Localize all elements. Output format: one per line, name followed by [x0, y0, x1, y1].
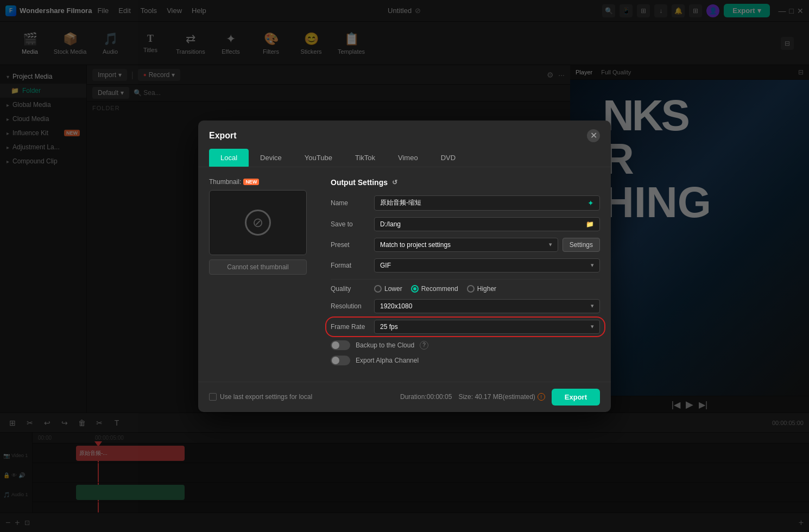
format-select[interactable]: GIF ▾ [374, 258, 600, 273]
frame-rate-value: 25 fps [380, 323, 398, 331]
no-thumbnail-icon: ⊘ [245, 210, 271, 236]
quality-row: Quality Lower Recommend [331, 285, 600, 293]
higher-radio-circle [467, 285, 475, 293]
modal-overlay: Export ✕ Local Device YouTube TikTok Vim… [0, 0, 809, 532]
save-to-value: D:/lang [380, 220, 401, 228]
checkbox-icon [209, 393, 217, 401]
resolution-chevron-icon: ▾ [591, 302, 594, 309]
name-text-input[interactable] [380, 199, 587, 207]
output-settings-header: Output Settings ↺ [331, 178, 600, 187]
resolution-row: Resolution 1920x1080 ▾ [331, 299, 600, 313]
toggles-section: Backup to the Cloud ? Export Alpha Chann… [331, 340, 600, 365]
save-to-row: Save to D:/lang 📁 [331, 217, 600, 231]
higher-label: Higher [477, 285, 496, 293]
preset-select[interactable]: Match to project settings ▾ [374, 238, 558, 252]
size-label: Size: 40.17 MB(estimated) [458, 393, 535, 401]
tab-local[interactable]: Local [209, 149, 249, 167]
info-icon[interactable]: ! [538, 393, 545, 401]
resolution-select[interactable]: 1920x1080 ▾ [374, 299, 600, 313]
refresh-icon[interactable]: ↺ [392, 179, 397, 186]
quality-recommend[interactable]: Recommend [411, 285, 458, 293]
duration-text: Duration:00:00:05 [400, 393, 452, 401]
dialog-title: Export [209, 131, 237, 141]
tab-tiktok[interactable]: TikTok [344, 149, 387, 167]
frame-rate-chevron-icon: ▾ [591, 323, 594, 330]
backup-toggle[interactable] [331, 340, 350, 350]
tab-device[interactable]: Device [249, 149, 293, 167]
cannot-set-thumbnail-button: Cannot set thumbnail [209, 259, 307, 275]
quality-higher[interactable]: Higher [467, 285, 496, 293]
backup-help-icon[interactable]: ? [420, 341, 428, 350]
resolution-value: 1920x1080 [380, 302, 412, 310]
settings-section: Output Settings ↺ Name ✦ Save to D:/lang [331, 178, 600, 371]
lower-radio-circle [374, 285, 382, 293]
use-last-settings-checkbox[interactable]: Use last export settings for local [209, 393, 312, 401]
recommend-radio-dot [413, 287, 416, 290]
size-text: Size: 40.17 MB(estimated) ! [458, 393, 545, 401]
alpha-label: Export Alpha Channel [356, 357, 419, 364]
thumbnail-box: ⊘ [209, 190, 307, 255]
alpha-row: Export Alpha Channel [331, 356, 600, 365]
alpha-toggle-knob [332, 357, 339, 364]
preset-row: Preset Match to project settings ▾ Setti… [331, 238, 600, 252]
frame-rate-container: 25 fps ▾ [374, 320, 600, 334]
preset-value: Match to project settings [380, 241, 451, 249]
save-to-label: Save to [331, 220, 374, 228]
dialog-close-button[interactable]: ✕ [587, 129, 600, 142]
settings-divider [331, 279, 600, 280]
frame-rate-label: Frame Rate [331, 323, 374, 331]
quality-radio-group: Lower Recommend Higher [374, 285, 496, 293]
export-footer-button[interactable]: Export [552, 389, 600, 406]
preset-chevron-icon: ▾ [549, 241, 552, 248]
use-last-label: Use last export settings for local [220, 393, 312, 401]
preset-label: Preset [331, 241, 374, 249]
recommend-radio-circle [411, 285, 419, 293]
settings-button[interactable]: Settings [562, 238, 600, 252]
dialog-tabs: Local Device YouTube TikTok Vimeo DVD [198, 142, 611, 167]
thumbnail-new-badge: NEW [243, 179, 259, 185]
resolution-label: Resolution [331, 302, 374, 310]
export-dialog: Export ✕ Local Device YouTube TikTok Vim… [198, 121, 611, 412]
dialog-footer: Use last export settings for local Durat… [198, 382, 611, 412]
thumbnail-section: Thumbnail: NEW ⊘ Cannot set thumbnail [209, 178, 318, 371]
backup-label: Backup to the Cloud [356, 341, 414, 349]
name-input[interactable]: ✦ [374, 195, 600, 211]
alpha-toggle[interactable] [331, 356, 350, 365]
save-to-input[interactable]: D:/lang 📁 [374, 217, 600, 231]
folder-open-icon[interactable]: 📁 [586, 220, 594, 228]
quality-lower[interactable]: Lower [374, 285, 402, 293]
format-value: GIF [380, 262, 391, 269]
thumbnail-label: Thumbnail: NEW [209, 178, 318, 186]
format-chevron-icon: ▾ [591, 262, 594, 269]
frame-rate-select[interactable]: 25 fps ▾ [374, 320, 600, 334]
tab-youtube[interactable]: YouTube [293, 149, 344, 167]
name-label: Name [331, 199, 374, 207]
ai-icon[interactable]: ✦ [587, 199, 594, 207]
dialog-body: Thumbnail: NEW ⊘ Cannot set thumbnail Ou… [198, 167, 611, 382]
backup-row: Backup to the Cloud ? [331, 340, 600, 350]
lower-label: Lower [384, 285, 402, 293]
format-row: Format GIF ▾ [331, 258, 600, 273]
quality-label: Quality [331, 285, 374, 293]
frame-rate-row: Frame Rate 25 fps ▾ [331, 320, 600, 334]
backup-toggle-knob [332, 341, 339, 349]
recommend-label: Recommend [421, 285, 458, 293]
format-label: Format [331, 262, 374, 269]
dialog-header: Export ✕ [198, 121, 611, 142]
name-row: Name ✦ [331, 195, 600, 211]
tab-dvd[interactable]: DVD [429, 149, 467, 167]
tab-vimeo[interactable]: Vimeo [387, 149, 429, 167]
